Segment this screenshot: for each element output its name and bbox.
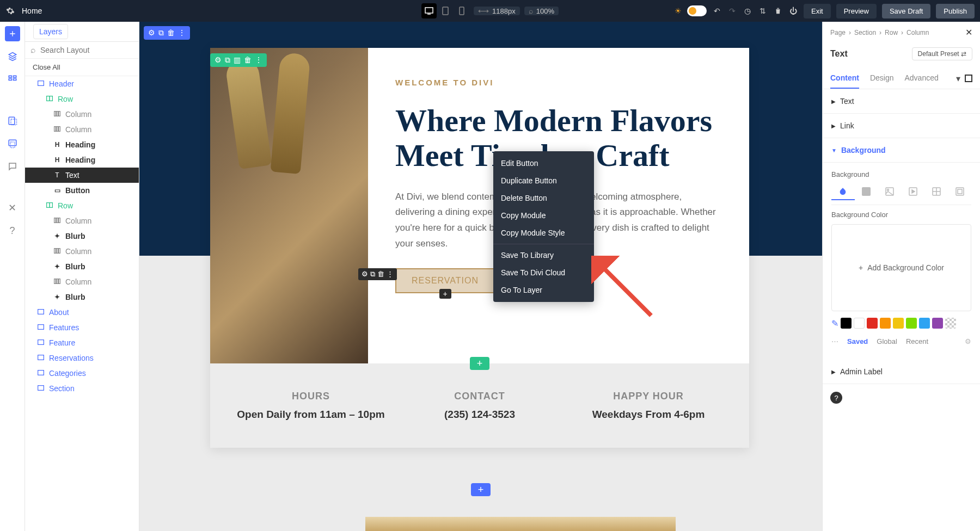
add-row-button[interactable]: +	[470, 357, 489, 370]
bg-gradient-tab[interactable]	[855, 184, 878, 200]
module-toolbar[interactable]: ⚙⧉🗑⋮	[358, 268, 397, 280]
accordion-background[interactable]: ▼Background	[823, 138, 980, 163]
swatch[interactable]	[841, 318, 852, 329]
layer-item-categories[interactable]: Categories	[25, 366, 139, 381]
duplicate-icon[interactable]: ⧉	[225, 55, 230, 65]
ctx-delete-button[interactable]: Delete Button	[493, 189, 594, 207]
layer-item-feature[interactable]: Feature	[25, 335, 139, 350]
duplicate-icon[interactable]: ⧉	[370, 270, 375, 279]
columns-icon[interactable]: ▥	[234, 55, 241, 65]
tab-advanced[interactable]: Advanced	[904, 68, 938, 89]
ctx-go-to-layer[interactable]: Go To Layer	[493, 281, 594, 299]
close-icon[interactable]: ✕	[965, 27, 972, 38]
expand-icon[interactable]	[965, 75, 972, 82]
search-input[interactable]	[40, 46, 136, 54]
layer-item-header[interactable]: Header	[25, 76, 139, 91]
gear-icon[interactable]: ⚙	[965, 337, 971, 345]
eyedropper-icon[interactable]: ✎	[831, 318, 838, 329]
ctx-duplicate-button[interactable]: Duplicate Button	[493, 172, 594, 189]
layer-item-button[interactable]: ▭Button	[25, 183, 139, 198]
help-icon[interactable]: ?	[5, 223, 20, 238]
chat-icon[interactable]	[5, 159, 20, 174]
trash-icon[interactable]: 🗑	[167, 28, 175, 38]
swatch[interactable]	[932, 318, 943, 329]
add-module-icon[interactable]: +	[439, 289, 451, 299]
layer-item-row[interactable]: Row	[25, 198, 139, 213]
layer-item-about[interactable]: About	[25, 305, 139, 320]
more-icon[interactable]: ⋮	[387, 270, 394, 279]
sun-icon[interactable]: ☀	[675, 7, 682, 15]
tab-content[interactable]: Content	[830, 68, 859, 89]
history-icon[interactable]: ◷	[743, 6, 752, 16]
layers-icon[interactable]	[5, 49, 20, 64]
trash-icon[interactable]: 🗑	[244, 55, 252, 65]
preset-button[interactable]: Default Preset ⇄	[912, 47, 972, 60]
close-all[interactable]: Close All	[25, 59, 139, 76]
layer-item-heading[interactable]: HHeading	[25, 137, 139, 152]
power-icon[interactable]: ⏻	[788, 6, 798, 16]
tab-design[interactable]: Design	[870, 68, 894, 89]
bg-video-tab[interactable]	[901, 184, 924, 200]
duplicate-icon[interactable]: ⧉	[158, 28, 164, 38]
trash-icon[interactable]: 🗑	[377, 270, 384, 279]
theme-toggle[interactable]	[687, 5, 707, 16]
swatch-transparent[interactable]	[945, 318, 956, 329]
desktop-icon[interactable]	[421, 3, 437, 18]
tablet-icon[interactable]	[438, 3, 453, 18]
add-section-button[interactable]: +	[471, 483, 491, 496]
layer-item-column[interactable]: Column	[25, 122, 139, 137]
accordion-text[interactable]: ▶Text	[823, 89, 980, 114]
mobile-icon[interactable]	[454, 3, 469, 18]
gear-icon[interactable]	[5, 6, 15, 16]
colortab-global[interactable]: Global	[877, 337, 897, 345]
more-colors-icon[interactable]: ⋯	[831, 337, 838, 345]
swatch[interactable]	[867, 318, 878, 329]
help-icon[interactable]: ?	[830, 392, 842, 404]
more-icon[interactable]: ⋮	[255, 55, 262, 65]
template-icon[interactable]	[5, 113, 20, 128]
layer-item-text[interactable]: TText	[25, 168, 139, 183]
template2-icon[interactable]	[5, 136, 20, 151]
swatch[interactable]	[906, 318, 917, 329]
layer-item-column[interactable]: Column	[25, 244, 139, 259]
ctx-copy-module[interactable]: Copy Module	[493, 207, 594, 224]
colortab-recent[interactable]: Recent	[906, 337, 928, 345]
grid-icon[interactable]	[5, 72, 20, 87]
undo-icon[interactable]: ↶	[712, 6, 722, 16]
layer-item-features[interactable]: Features	[25, 320, 139, 335]
exit-button[interactable]: Exit	[804, 4, 831, 18]
layer-item-blurb[interactable]: ✦Blurb	[25, 259, 139, 274]
add-icon[interactable]	[5, 26, 20, 41]
bg-color-tab[interactable]	[831, 184, 855, 200]
button-module[interactable]: ⚙⧉🗑⋮ RESERVATION +	[395, 268, 495, 293]
ctx-save-to-divi-cloud[interactable]: Save To Divi Cloud	[493, 264, 594, 281]
bc-page[interactable]: Page	[830, 29, 846, 36]
layer-item-section[interactable]: Section	[25, 381, 139, 396]
accordion-link[interactable]: ▶Link	[823, 114, 980, 138]
bc-section[interactable]: Section	[854, 29, 876, 36]
accordion-admin[interactable]: ▶Admin Label	[823, 360, 980, 384]
ctx-copy-module-style[interactable]: Copy Module Style	[493, 224, 594, 242]
swatch[interactable]	[919, 318, 930, 329]
more-icon[interactable]: ⋮	[178, 28, 186, 38]
chevron-down-icon[interactable]: ▾	[956, 73, 960, 84]
swatch[interactable]	[880, 318, 891, 329]
redo-icon[interactable]: ↷	[727, 6, 737, 16]
layer-item-column[interactable]: Column	[25, 213, 139, 229]
gear-icon[interactable]: ⚙	[215, 55, 222, 65]
ctx-save-to-library[interactable]: Save To Library	[493, 246, 594, 264]
width-value[interactable]: 1188px	[492, 7, 516, 15]
swatch[interactable]	[854, 318, 865, 329]
bg-mask-tab[interactable]	[948, 184, 971, 200]
home-label[interactable]: Home	[22, 7, 42, 15]
sliders-icon[interactable]: ⇅	[758, 6, 768, 16]
section-toolbar[interactable]: ⚙⧉🗑⋮	[144, 26, 190, 40]
layer-item-row[interactable]: Row	[25, 91, 139, 107]
layer-item-heading[interactable]: HHeading	[25, 152, 139, 168]
layer-item-column[interactable]: Column	[25, 107, 139, 122]
swatch[interactable]	[893, 318, 904, 329]
tools-icon[interactable]: ✕	[5, 200, 20, 215]
gear-icon[interactable]: ⚙	[362, 270, 368, 279]
bg-pattern-tab[interactable]	[924, 184, 948, 200]
bc-row[interactable]: Row	[885, 29, 898, 36]
